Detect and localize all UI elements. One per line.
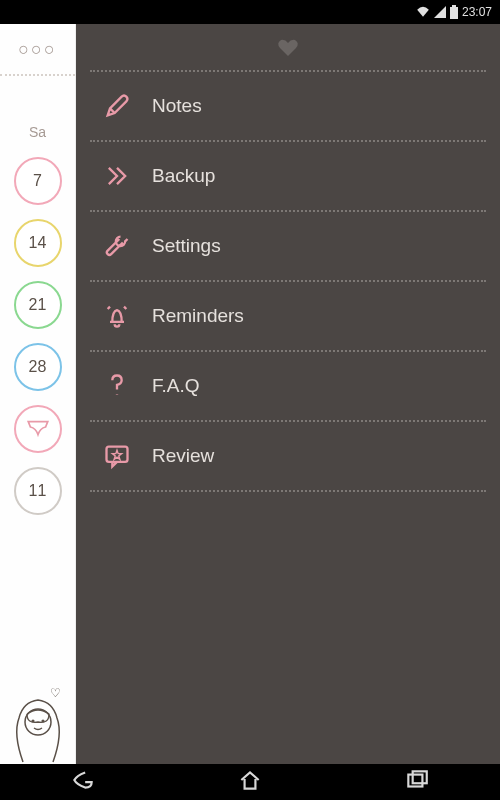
day-number: 11 [29, 482, 47, 500]
favorite-button[interactable] [76, 30, 500, 70]
menu-item-notes[interactable]: Notes [76, 72, 500, 140]
recent-apps-button[interactable] [404, 767, 430, 797]
calendar-day[interactable]: 21 [14, 281, 62, 329]
menu-label: Settings [152, 235, 221, 257]
calendar-sidebar: ○○○ Sa 7 14 21 28 11 ♡ [0, 24, 76, 764]
menu-item-backup[interactable]: Backup [76, 142, 500, 210]
android-statusbar: 23:07 [0, 0, 500, 24]
more-menu-button[interactable]: ○○○ [18, 34, 57, 64]
menu-label: Review [152, 445, 214, 467]
heart-icon [276, 36, 300, 64]
menu-label: Notes [152, 95, 202, 117]
question-icon [102, 371, 132, 401]
menu-item-review[interactable]: Review [76, 422, 500, 490]
menu-item-reminders[interactable]: Reminders [76, 282, 500, 350]
day-number: 21 [29, 296, 47, 314]
bell-icon [102, 301, 132, 331]
calendar-day-period[interactable] [14, 405, 62, 453]
menu-item-settings[interactable]: Settings [76, 212, 500, 280]
menu-item-faq[interactable]: F.A.Q [76, 352, 500, 420]
wrench-icon [102, 231, 132, 261]
chevrons-right-icon [102, 161, 132, 191]
back-button[interactable] [70, 767, 96, 797]
menu-label: F.A.Q [152, 375, 200, 397]
underwear-icon [25, 414, 51, 444]
avatar-illustration: ♡ [0, 684, 76, 764]
calendar-day[interactable]: 14 [14, 219, 62, 267]
calendar-day[interactable]: 7 [14, 157, 62, 205]
calendar-day[interactable]: 28 [14, 343, 62, 391]
heart-icon: ♡ [50, 686, 61, 700]
day-number: 7 [33, 172, 42, 190]
android-navbar [0, 764, 500, 800]
svg-rect-7 [412, 771, 426, 783]
home-button[interactable] [237, 767, 263, 797]
pencil-icon [102, 91, 132, 121]
svg-rect-6 [408, 775, 422, 787]
battery-icon [450, 5, 458, 19]
divider [90, 490, 486, 492]
svg-rect-0 [450, 7, 458, 19]
menu-label: Backup [152, 165, 215, 187]
signal-icon [434, 6, 446, 18]
day-number: 14 [29, 234, 47, 252]
clock-text: 23:07 [462, 5, 492, 19]
day-number: 28 [29, 358, 47, 376]
menu-label: Reminders [152, 305, 244, 327]
svg-rect-1 [452, 5, 456, 7]
divider [0, 74, 75, 76]
calendar-day[interactable]: 11 [14, 467, 62, 515]
weekday-label: Sa [29, 124, 46, 140]
drawer-menu: Notes Backup Settings Reminders [76, 24, 500, 764]
wifi-icon [416, 6, 430, 18]
review-chat-icon [102, 441, 132, 471]
app-root: ○○○ Sa 7 14 21 28 11 ♡ [0, 24, 500, 764]
